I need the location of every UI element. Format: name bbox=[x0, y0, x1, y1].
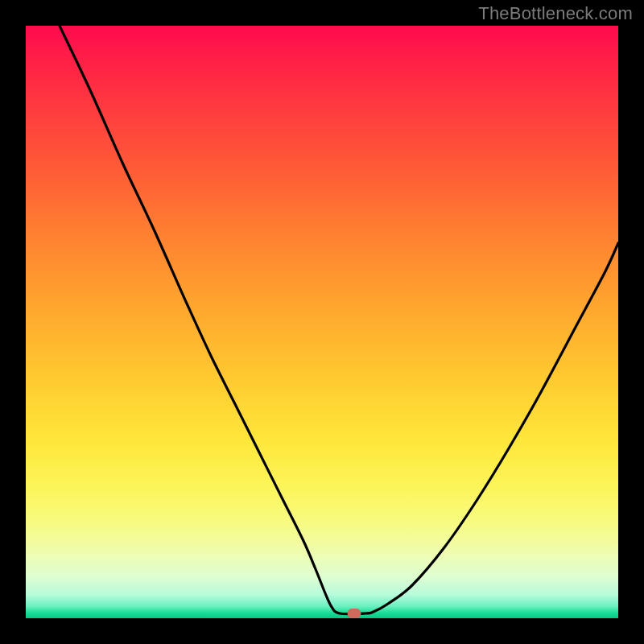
chart-frame: TheBottleneck.com bbox=[0, 0, 644, 644]
bottleneck-curve bbox=[26, 26, 618, 618]
optimum-marker bbox=[348, 609, 361, 618]
plot-area bbox=[26, 26, 618, 618]
watermark-text: TheBottleneck.com bbox=[478, 3, 633, 24]
